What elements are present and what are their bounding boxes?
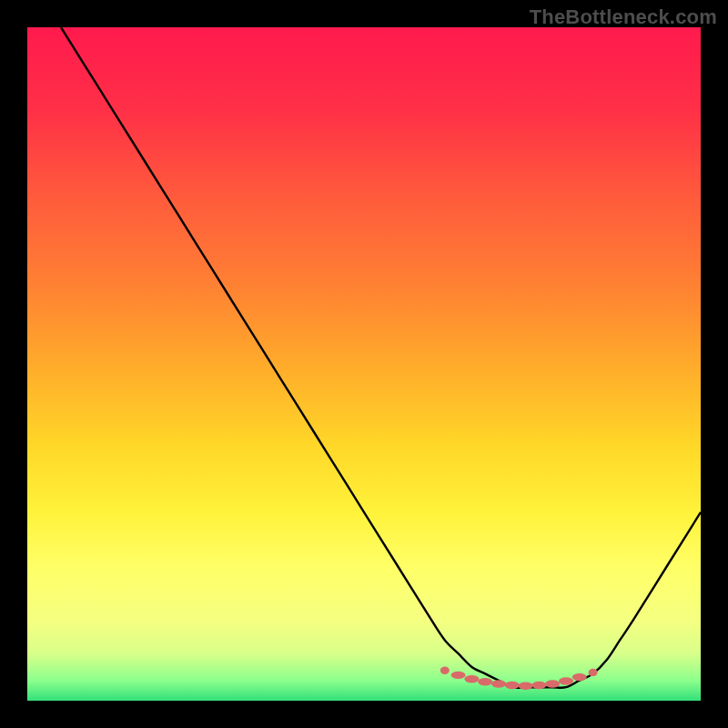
- optimal-zone-markers: [440, 667, 598, 690]
- marker-dot: [478, 678, 492, 685]
- marker-dot: [440, 667, 450, 674]
- marker-dot: [519, 682, 533, 690]
- chart-frame: TheBottleneck.com: [0, 0, 728, 728]
- marker-dot: [451, 672, 466, 679]
- bottleneck-curve: [61, 27, 701, 688]
- marker-dot: [531, 682, 546, 689]
- marker-dot: [572, 673, 587, 681]
- marker-dot: [589, 669, 598, 676]
- marker-dot: [545, 680, 560, 687]
- plot-area: [27, 27, 701, 701]
- marker-dot: [505, 682, 520, 689]
- watermark-text: TheBottleneck.com: [530, 5, 717, 29]
- marker-dot: [559, 677, 573, 684]
- marker-dot: [491, 680, 506, 687]
- chart-svg: [27, 27, 701, 701]
- marker-dot: [464, 675, 479, 682]
